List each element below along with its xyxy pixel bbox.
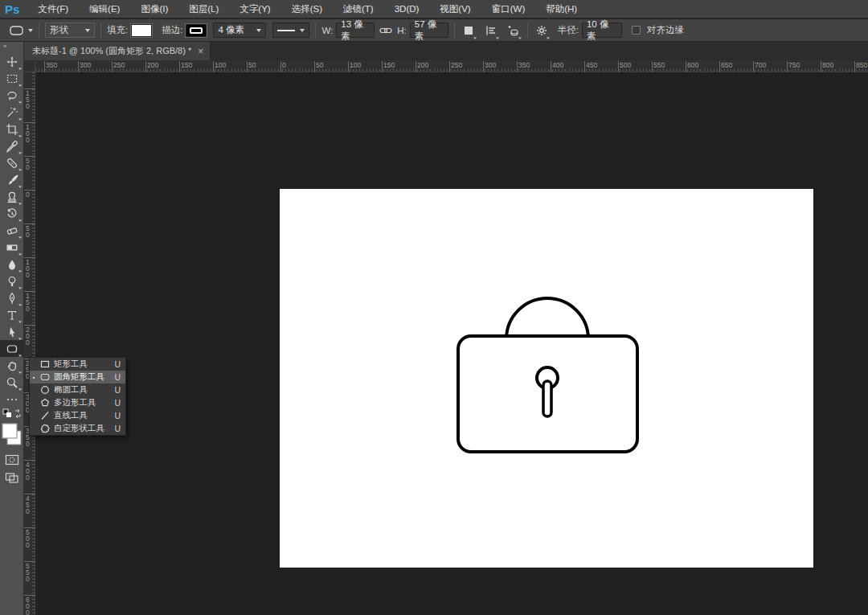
close-tab-icon[interactable]: ×	[198, 47, 203, 56]
healing-brush-tool[interactable]	[0, 154, 24, 171]
shortcut-key: U	[114, 372, 121, 382]
align-edges-checkbox[interactable]	[632, 26, 641, 35]
gradient-tool[interactable]	[0, 239, 24, 256]
ellipse-tool-icon	[39, 385, 51, 395]
gradient-tool-icon	[6, 241, 18, 254]
screen-mode-button[interactable]	[0, 469, 24, 486]
zoom-tool[interactable]	[0, 374, 24, 391]
vruler-label: 5 0	[26, 225, 30, 238]
hruler-label: 750	[788, 61, 800, 69]
shortcut-key: U	[114, 359, 121, 369]
shape-menu-item-ellipse[interactable]: 椭圆工具U	[30, 383, 125, 396]
path-operations-button[interactable]	[461, 23, 477, 39]
hruler-label: 300	[485, 61, 496, 69]
fill-color-swatch[interactable]	[131, 24, 152, 37]
menu-文字Y[interactable]: 文字(Y)	[229, 4, 280, 14]
radius-value: 10 像素	[587, 18, 617, 43]
hruler-label: 350	[518, 61, 530, 69]
hruler-label: 50	[316, 61, 323, 69]
shape-menu-item-polygon[interactable]: 多边形工具U	[30, 396, 125, 409]
dodge-tool[interactable]	[0, 273, 24, 289]
healing-brush-tool-icon	[6, 157, 18, 170]
eraser-tool[interactable]	[0, 222, 24, 239]
stroke-width-select[interactable]: 4 像素	[213, 23, 266, 38]
path-selection-tool-icon	[6, 326, 18, 338]
hand-tool[interactable]	[0, 357, 24, 374]
rounded-rectangle-tool[interactable]	[0, 340, 24, 357]
hruler-label: 400	[552, 61, 563, 69]
shape-menu-item-custom-shape[interactable]: 自定形状工具U	[30, 422, 125, 435]
menu-文件F[interactable]: 文件(F)	[27, 4, 79, 14]
divider	[454, 23, 455, 39]
quick-mask-button[interactable]	[0, 451, 24, 469]
clone-stamp-tool-icon	[6, 191, 18, 203]
move-tool[interactable]	[0, 53, 24, 70]
menu-帮助H[interactable]: 帮助(H)	[535, 4, 588, 14]
hand-tool-icon	[6, 359, 18, 372]
shape-menu-item-rounded-rectangle[interactable]: ▪圆角矩形工具U	[30, 371, 125, 383]
menu-图层L[interactable]: 图层(L)	[178, 4, 229, 14]
menu-窗口W[interactable]: 窗口(W)	[481, 4, 536, 14]
blur-tool[interactable]	[0, 256, 24, 273]
edit-toolbar[interactable]	[0, 391, 24, 408]
shape-menu-item-rectangle[interactable]: 矩形工具U	[30, 358, 125, 371]
shape-height-value: 57 像素	[415, 18, 444, 43]
eraser-tool-icon	[6, 224, 18, 237]
lasso-tool[interactable]	[0, 87, 24, 104]
shortcut-key: U	[114, 398, 121, 408]
line-tool-icon	[39, 411, 51, 420]
shape-height-input[interactable]: 57 像素	[410, 23, 448, 38]
radius-label: 半径:	[558, 24, 579, 36]
hruler-label: 450	[586, 61, 597, 69]
path-selection-tool[interactable]	[0, 323, 24, 340]
link-dimensions-icon[interactable]	[378, 23, 394, 39]
tool-mode-select[interactable]: 形状	[45, 23, 95, 38]
menu-编辑E[interactable]: 编辑(E)	[79, 4, 130, 14]
eyedropper-tool[interactable]	[0, 137, 24, 154]
pen-tool-icon	[6, 292, 18, 305]
vruler-label: 2 0 0	[26, 326, 30, 346]
menu-滤镜T[interactable]: 滤镜(T)	[333, 4, 384, 14]
hruler-label: 300	[80, 61, 91, 69]
hruler-label: 850	[856, 61, 867, 69]
stroke-width-value: 4 像素	[218, 24, 244, 36]
shape-width-input[interactable]: 13 像素	[336, 23, 375, 38]
vruler-label: 6 0 0	[26, 597, 30, 615]
canvas-area	[35, 72, 868, 615]
hruler-label: 0	[282, 61, 286, 69]
type-tool[interactable]	[0, 306, 24, 323]
path-alignment-button[interactable]	[483, 23, 499, 39]
menu-图像I[interactable]: 图像(I)	[130, 4, 178, 14]
divider	[315, 23, 316, 39]
radius-input[interactable]: 10 像素	[582, 23, 622, 38]
document-canvas[interactable]	[280, 189, 813, 568]
history-brush-tool-icon	[6, 207, 18, 220]
brush-tool[interactable]	[0, 171, 24, 188]
marquee-tool[interactable]	[0, 70, 24, 87]
menu-选择S[interactable]: 选择(S)	[281, 4, 333, 14]
gear-icon[interactable]	[534, 23, 550, 39]
hruler-label: 100	[215, 61, 226, 69]
ruler-corner	[24, 60, 35, 72]
menu-3DD[interactable]: 3D(D)	[384, 4, 430, 14]
clone-stamp-tool[interactable]	[0, 188, 24, 205]
foreground-background-swatches[interactable]	[0, 420, 24, 451]
rounded-rectangle-tool-icon	[39, 371, 51, 383]
default-colors-control[interactable]	[0, 408, 24, 420]
path-arrangement-button[interactable]	[506, 23, 522, 39]
tool-preset-picker[interactable]	[8, 24, 33, 37]
stroke-color-swatch[interactable]	[186, 24, 207, 37]
zoom-tool-icon	[6, 376, 18, 389]
menu-视图V[interactable]: 视图(V)	[429, 4, 481, 14]
lasso-tool-icon	[6, 89, 18, 102]
document-tab[interactable]: 未标题-1 @ 100% (圆角矩形 2, RGB/8) * ×	[24, 42, 211, 60]
brush-tool-icon	[6, 174, 18, 187]
shape-menu-item-line[interactable]: 直线工具U	[30, 409, 125, 422]
quick-selection-tool[interactable]	[0, 104, 24, 121]
crop-tool[interactable]	[0, 121, 24, 137]
hruler-label: 600	[687, 61, 698, 69]
collapse-panel-button[interactable]: »	[0, 42, 23, 53]
pen-tool[interactable]	[0, 289, 24, 306]
history-brush-tool[interactable]	[0, 205, 24, 222]
stroke-style-select[interactable]	[272, 23, 309, 38]
